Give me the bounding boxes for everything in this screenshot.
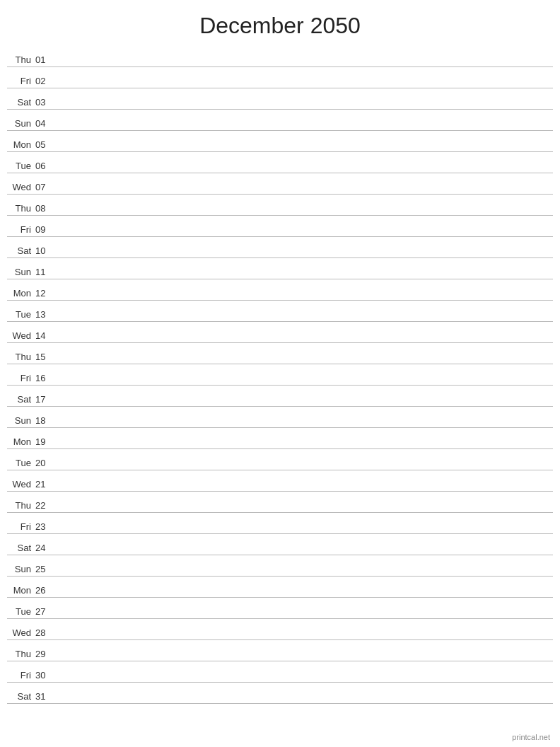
day-line bbox=[55, 552, 553, 553]
day-name: Sat bbox=[7, 394, 35, 405]
day-row: Wed28 bbox=[7, 619, 553, 640]
day-name: Mon bbox=[7, 288, 35, 299]
day-row: Sat17 bbox=[7, 386, 553, 407]
day-name: Thu bbox=[7, 649, 35, 659]
day-line bbox=[55, 255, 553, 256]
day-row: Sun04 bbox=[7, 110, 553, 131]
day-row: Tue13 bbox=[7, 301, 553, 322]
day-number: 30 bbox=[35, 670, 55, 681]
day-row: Sat24 bbox=[7, 534, 553, 555]
day-line bbox=[55, 192, 553, 192]
day-line bbox=[55, 277, 553, 277]
day-row: Fri23 bbox=[7, 513, 553, 534]
day-name: Sat bbox=[7, 97, 35, 108]
day-name: Wed bbox=[7, 479, 35, 490]
day-name: Fri bbox=[7, 373, 35, 383]
day-line bbox=[55, 107, 553, 108]
day-row: Thu08 bbox=[7, 195, 553, 216]
day-line bbox=[55, 574, 553, 574]
day-name: Tue bbox=[7, 458, 35, 468]
day-name: Tue bbox=[7, 309, 35, 320]
day-row: Thu29 bbox=[7, 640, 553, 661]
day-row: Sat31 bbox=[7, 683, 553, 704]
day-row: Wed21 bbox=[7, 470, 553, 492]
day-name: Thu bbox=[7, 500, 35, 511]
day-line bbox=[55, 340, 553, 341]
day-line bbox=[55, 234, 553, 235]
day-row: Fri16 bbox=[7, 364, 553, 386]
day-number: 31 bbox=[35, 691, 55, 702]
day-line bbox=[55, 319, 553, 320]
day-line bbox=[55, 361, 553, 362]
day-name: Fri bbox=[7, 224, 35, 235]
day-row: Tue20 bbox=[7, 449, 553, 470]
day-row: Wed07 bbox=[7, 173, 553, 195]
day-name: Fri bbox=[7, 76, 35, 86]
day-number: 11 bbox=[35, 267, 55, 277]
day-line bbox=[55, 468, 553, 468]
day-row: Fri02 bbox=[7, 67, 553, 88]
day-number: 15 bbox=[35, 352, 55, 362]
day-number: 08 bbox=[35, 203, 55, 214]
day-line bbox=[55, 595, 553, 596]
day-name: Sat bbox=[7, 691, 35, 702]
day-row: Mon26 bbox=[7, 577, 553, 598]
day-number: 25 bbox=[35, 564, 55, 574]
day-number: 20 bbox=[35, 458, 55, 468]
day-row: Fri30 bbox=[7, 661, 553, 683]
day-name: Thu bbox=[7, 203, 35, 214]
calendar-container: Thu01Fri02Sat03Sun04Mon05Tue06Wed07Thu08… bbox=[0, 46, 560, 704]
day-row: Thu01 bbox=[7, 46, 553, 67]
day-line bbox=[55, 64, 553, 65]
day-number: 09 bbox=[35, 224, 55, 235]
day-row: Mon05 bbox=[7, 131, 553, 152]
day-number: 26 bbox=[35, 585, 55, 596]
day-line bbox=[55, 149, 553, 150]
day-line bbox=[55, 298, 553, 299]
day-number: 21 bbox=[35, 479, 55, 490]
day-number: 12 bbox=[35, 288, 55, 299]
day-number: 03 bbox=[35, 97, 55, 108]
day-name: Sun bbox=[7, 415, 35, 426]
day-line bbox=[55, 489, 553, 490]
day-name: Wed bbox=[7, 627, 35, 638]
day-number: 14 bbox=[35, 330, 55, 341]
day-name: Sun bbox=[7, 118, 35, 129]
day-number: 17 bbox=[35, 394, 55, 405]
day-row: Thu22 bbox=[7, 492, 553, 513]
day-number: 23 bbox=[35, 521, 55, 532]
day-name: Fri bbox=[7, 670, 35, 681]
day-number: 29 bbox=[35, 649, 55, 659]
day-row: Thu15 bbox=[7, 343, 553, 364]
page-title: December 2050 bbox=[0, 0, 560, 46]
day-line bbox=[55, 404, 553, 405]
day-row: Sat10 bbox=[7, 237, 553, 258]
day-number: 04 bbox=[35, 118, 55, 129]
day-row: Tue06 bbox=[7, 152, 553, 173]
day-row: Sun25 bbox=[7, 555, 553, 577]
day-name: Thu bbox=[7, 54, 35, 65]
day-line bbox=[55, 659, 553, 659]
day-line bbox=[55, 170, 553, 171]
day-line bbox=[55, 680, 553, 681]
day-row: Wed14 bbox=[7, 322, 553, 343]
day-line bbox=[55, 213, 553, 214]
day-number: 02 bbox=[35, 76, 55, 86]
day-number: 13 bbox=[35, 309, 55, 320]
day-name: Sat bbox=[7, 245, 35, 256]
day-name: Thu bbox=[7, 352, 35, 362]
day-line bbox=[55, 128, 553, 129]
day-row: Tue27 bbox=[7, 598, 553, 619]
day-number: 16 bbox=[35, 373, 55, 383]
day-row: Mon19 bbox=[7, 428, 553, 449]
day-name: Sun bbox=[7, 564, 35, 574]
day-line bbox=[55, 383, 553, 383]
day-row: Mon12 bbox=[7, 279, 553, 301]
day-number: 24 bbox=[35, 543, 55, 553]
day-name: Mon bbox=[7, 436, 35, 447]
day-name: Tue bbox=[7, 161, 35, 171]
day-line bbox=[55, 616, 553, 617]
footer-credit: printcal.net bbox=[512, 733, 550, 741]
day-line bbox=[55, 86, 553, 86]
day-number: 01 bbox=[35, 54, 55, 65]
